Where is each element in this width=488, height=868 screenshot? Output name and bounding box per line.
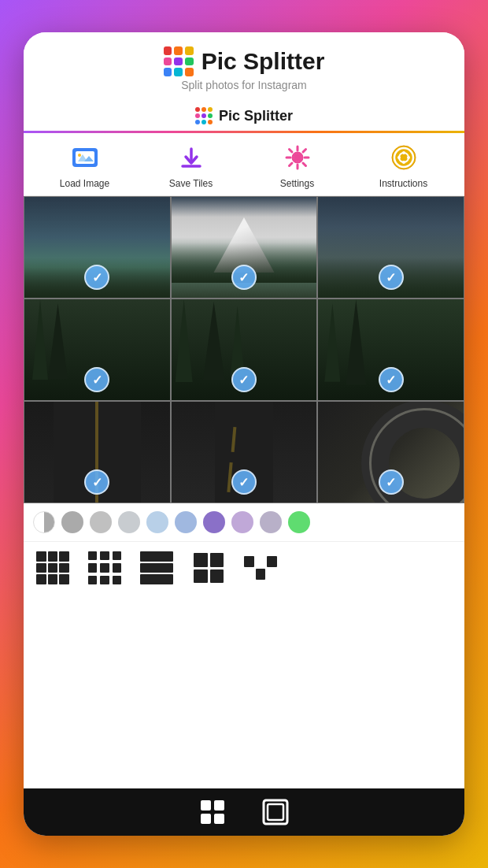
color-swatch-3[interactable] <box>118 511 140 533</box>
tile-1-0[interactable] <box>24 299 171 401</box>
branding-header: Pic Splitter Split photos for Instagram <box>24 32 464 99</box>
color-swatch-2[interactable] <box>90 511 112 533</box>
inner-header: Pic Splitter <box>24 99 464 133</box>
color-swatch-1[interactable] <box>61 511 83 533</box>
check-badge-2-0 <box>84 469 109 495</box>
inner-app-title: Pic Splitter <box>219 108 293 124</box>
tile-2-1[interactable] <box>171 401 318 503</box>
image-grid-container <box>24 196 464 503</box>
settings-label: Settings <box>280 178 314 189</box>
load-image-icon <box>68 141 102 174</box>
load-image-label: Load Image <box>60 178 109 189</box>
layout-3x3-full[interactable] <box>33 548 72 588</box>
frame-view-button[interactable] <box>256 796 295 828</box>
app-title: Pic Splitter <box>201 48 325 75</box>
color-swatch-6[interactable] <box>203 511 225 533</box>
instructions-icon <box>387 141 420 174</box>
tile-2-0[interactable] <box>24 401 171 503</box>
image-grid <box>24 196 464 503</box>
svg-point-7 <box>295 155 300 160</box>
check-badge-2-1 <box>231 469 257 495</box>
color-swatch-halfwhite[interactable] <box>33 511 55 533</box>
spacer <box>24 594 464 788</box>
layout-1x3-strip[interactable] <box>137 548 176 588</box>
svg-rect-18 <box>214 814 224 824</box>
phone-container: Pic Splitter Split photos for Instagram … <box>24 32 464 836</box>
load-image-button[interactable]: Load Image <box>31 141 138 189</box>
check-badge-0-2 <box>379 265 404 290</box>
check-badge-1-0 <box>84 367 109 392</box>
tile-1-1[interactable] <box>171 299 318 401</box>
bottom-bar <box>24 788 464 836</box>
layout-partial[interactable] <box>241 548 280 588</box>
svg-point-4 <box>78 154 81 157</box>
save-tiles-label: Save Tiles <box>169 178 213 189</box>
color-swatch-4[interactable] <box>146 511 168 533</box>
layout-options <box>24 541 464 594</box>
layout-3x3-gap[interactable] <box>85 548 124 588</box>
settings-icon <box>281 141 314 174</box>
tile-0-2[interactable] <box>317 196 464 299</box>
color-swatch-8[interactable] <box>260 511 282 533</box>
app-logo-icon <box>164 46 194 76</box>
save-tiles-button[interactable]: Save Tiles <box>138 141 244 189</box>
color-swatch-5[interactable] <box>175 511 197 533</box>
tile-1-2[interactable] <box>317 299 464 401</box>
svg-point-8 <box>392 146 416 169</box>
color-swatch-9[interactable] <box>288 511 310 533</box>
toolbar: Load Image Save Tiles <box>24 133 464 196</box>
check-badge-0-1 <box>231 265 257 290</box>
save-tiles-icon <box>175 141 208 174</box>
app-subtitle: Split photos for Instagram <box>181 79 307 91</box>
svg-rect-1 <box>76 151 94 164</box>
svg-rect-17 <box>201 814 211 824</box>
svg-rect-15 <box>201 800 211 811</box>
layout-2x2[interactable] <box>189 548 228 588</box>
check-badge-0-0 <box>84 265 109 290</box>
grid-view-button[interactable] <box>193 796 232 828</box>
svg-rect-20 <box>268 804 283 820</box>
check-badge-2-2 <box>379 469 404 495</box>
inner-logo-icon <box>195 107 213 124</box>
svg-rect-16 <box>214 800 224 811</box>
tile-2-2[interactable] <box>317 401 464 503</box>
color-palette <box>24 503 464 541</box>
tile-0-0[interactable] <box>24 196 171 299</box>
instructions-label: Instructions <box>379 178 427 189</box>
check-badge-1-2 <box>379 367 404 392</box>
settings-button[interactable]: Settings <box>244 141 350 189</box>
color-swatch-7[interactable] <box>231 511 253 533</box>
tile-0-1[interactable] <box>171 196 318 299</box>
check-badge-1-1 <box>231 367 257 392</box>
brand-row-main: Pic Splitter <box>164 46 325 76</box>
instructions-button[interactable]: Instructions <box>350 141 457 189</box>
